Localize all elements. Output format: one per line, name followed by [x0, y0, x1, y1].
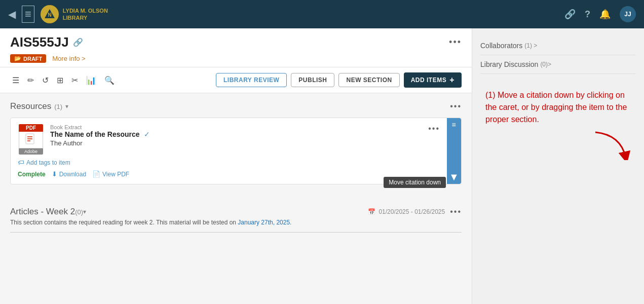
add-items-button[interactable]: ADD ITEMS +: [404, 72, 462, 88]
svg-text:N: N: [48, 12, 51, 18]
top-navigation: ◀ ≡ N LYDIA M. OLSON LIBRARY 🔗 ? 🔔 JJ: [0, 0, 644, 28]
avatar[interactable]: JJ: [620, 6, 636, 22]
resource-info: Book Extract The Name of the Resource ✓ …: [50, 124, 418, 147]
section2-description: This section contains the required readi…: [10, 219, 462, 226]
resource-author: The Author: [50, 139, 418, 147]
library-discussion-label: Library Discussion: [480, 60, 538, 68]
header-more-button[interactable]: •••: [449, 37, 462, 48]
left-panel: AIS555JJ 🔗 ••• 📂 DRAFT More info > ☰ ✏ ↺…: [0, 28, 472, 304]
view-pdf-button[interactable]: 📄 View PDF: [92, 170, 129, 178]
library-discussion-count: (0)>: [540, 61, 551, 68]
draft-badge: 📂 DRAFT: [10, 54, 46, 63]
resource-type: Book Extract: [50, 124, 82, 130]
resources-count: (1): [54, 103, 62, 110]
menu-icon[interactable]: ≡: [22, 6, 34, 23]
title-link-icon[interactable]: 🔗: [73, 37, 83, 47]
search-icon[interactable]: 🔍: [102, 73, 117, 87]
tag-icon: 🏷: [18, 159, 24, 166]
resources-chevron[interactable]: ▾: [65, 103, 68, 110]
new-section-button[interactable]: NEW SECTION: [338, 73, 399, 87]
page-title: AIS555JJ: [10, 34, 69, 50]
bell-icon[interactable]: 🔔: [599, 9, 611, 20]
more-info-link[interactable]: More info >: [52, 55, 85, 62]
resources-section-header: Resources (1) ▾ •••: [10, 101, 462, 111]
refresh-icon[interactable]: ↺: [40, 73, 51, 87]
section2-more-button[interactable]: •••: [450, 207, 462, 216]
chart-icon[interactable]: 📊: [84, 73, 98, 87]
add-tags-label[interactable]: Add tags to item: [26, 159, 70, 166]
toolbar: ☰ ✏ ↺ ⊞ ✂ 📊 🔍 LIBRARY REVIEW PUBLISH NEW…: [0, 67, 472, 93]
collaborators-count: (1) >: [524, 42, 537, 49]
resources-more-button[interactable]: •••: [450, 102, 462, 111]
collaborators-label: Collaborators: [480, 42, 522, 50]
draft-folder-icon: 📂: [14, 55, 21, 62]
section2-count: (0): [75, 208, 83, 216]
edit-icon[interactable]: ✏: [25, 73, 36, 87]
logo-circle: N: [41, 5, 59, 23]
pdf-label: PDF: [19, 124, 43, 132]
pdf-body: [19, 132, 43, 148]
status-complete: Complete: [18, 171, 46, 178]
pdf-icon: PDF Adobe: [18, 124, 44, 155]
calendar-icon: 📅: [368, 208, 375, 215]
resource-item-side: ≡ ▼: [447, 118, 461, 184]
side-dots[interactable]: ≡: [451, 121, 456, 128]
tooltip-move-citation-down: Move citation down: [384, 177, 446, 188]
check-icon: ✓: [144, 130, 150, 138]
tags-row[interactable]: 🏷 Add tags to item: [18, 159, 440, 166]
logo-text: LYDIA M. OLSON LIBRARY: [63, 7, 108, 22]
section2: Articles - Week 2 (0) ▾ 📅 01/20/2025 - 0…: [0, 201, 472, 239]
resource-name: The Name of the Resource: [50, 130, 140, 138]
library-review-button[interactable]: LIBRARY REVIEW: [216, 73, 287, 87]
status-row: Complete ⬇ Download 📄 View PDF: [18, 170, 440, 178]
adobe-label: Adobe: [19, 148, 43, 155]
main-layout: AIS555JJ 🔗 ••• 📂 DRAFT More info > ☰ ✏ ↺…: [0, 28, 644, 304]
right-sidebar: Collaborators (1) > Library Discussion (…: [472, 28, 644, 304]
content-area: Resources (1) ▾ ••• PDF: [0, 93, 472, 197]
help-icon[interactable]: ?: [585, 9, 590, 20]
publish-button[interactable]: PUBLISH: [291, 73, 334, 87]
resource-item: PDF Adobe: [10, 118, 462, 184]
download-button[interactable]: ⬇ Download: [52, 170, 86, 178]
annotation: (1) Move a citation down by clicking on …: [480, 84, 636, 165]
filter-icon[interactable]: ⊞: [55, 73, 65, 87]
download-icon: ⬇: [52, 170, 57, 178]
page-header: AIS555JJ 🔗 ••• 📂 DRAFT More info >: [0, 28, 472, 67]
collaborators-link[interactable]: Collaborators (1) >: [480, 36, 636, 55]
annotation-arrow: [485, 130, 631, 160]
annotation-text: (1) Move a citation down by clicking on …: [485, 89, 631, 126]
back-button[interactable]: ◀: [8, 8, 16, 20]
resource-more-button[interactable]: •••: [428, 124, 440, 133]
list-icon[interactable]: ☰: [10, 73, 21, 87]
resources-title: Resources: [10, 101, 51, 111]
link-icon[interactable]: 🔗: [564, 9, 576, 20]
section2-date-label: 01/20/2025 - 01/26/2025: [378, 208, 445, 215]
logo-area: N LYDIA M. OLSON LIBRARY: [41, 5, 108, 23]
move-citation-down-button[interactable]: ▼: [449, 171, 459, 183]
library-discussion-link[interactable]: Library Discussion (0)>: [480, 55, 636, 74]
resource-item-main: PDF Adobe: [11, 118, 447, 184]
tools-icon[interactable]: ✂: [69, 73, 80, 87]
section2-chevron[interactable]: ▾: [83, 208, 86, 215]
pdf-view-icon: 📄: [92, 170, 100, 178]
section2-title: Articles - Week 2: [10, 207, 75, 217]
